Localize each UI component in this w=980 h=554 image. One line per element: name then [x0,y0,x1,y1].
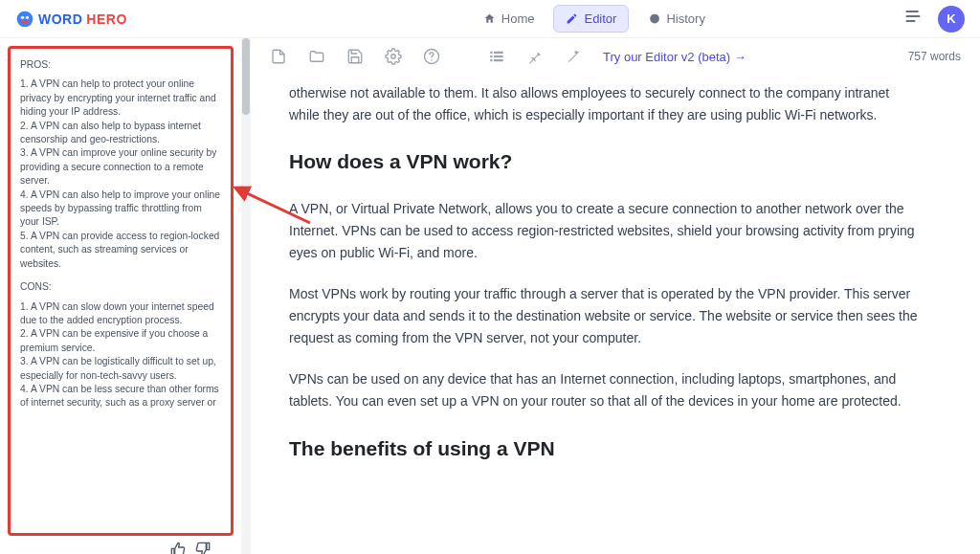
svg-point-7 [391,55,396,59]
svg-point-9 [431,59,433,61]
paragraph: Most VPNs work by routing your traffic t… [289,283,923,349]
cons-item: 1. A VPN can slow down your internet spe… [20,300,221,328]
feedback-row [8,536,234,554]
home-icon [483,12,496,25]
heading: How does a VPN work? [289,145,923,179]
scrollbar-thumb[interactable] [242,38,250,115]
cons-item: 2. A VPN can be expensive if you choose … [20,327,221,355]
svg-rect-11 [490,55,492,57]
svg-point-1 [21,15,24,18]
cons-label: CONS: [20,280,221,294]
try-editor-link[interactable]: Try our Editor v2 (beta) → [603,50,746,64]
save-icon[interactable] [346,48,364,65]
editor-content[interactable]: otherwise not available to them. It also… [251,75,980,554]
pros-item: 2. A VPN can also help to bypass interne… [20,120,221,147]
paragraph: A VPN, or Virtual Private Network, allow… [289,198,923,264]
nav-history-label: History [666,11,704,26]
nav-home[interactable]: Home [472,6,546,32]
nav-home-label: Home [501,11,535,26]
logo[interactable]: WORDHERO [15,10,127,29]
pros-item: 1. A VPN can help to protect your online… [20,78,221,119]
open-folder-icon[interactable] [308,48,325,65]
avatar[interactable]: K [938,6,965,33]
hamburger-icon[interactable] [903,7,923,31]
svg-point-0 [17,11,33,27]
help-icon[interactable] [423,48,440,65]
svg-rect-15 [494,59,503,61]
heading: The benefits of using a VPN [289,432,923,466]
paragraph: otherwise not available to them. It also… [289,82,923,126]
cons-item: 4. A VPN can be less secure than other f… [20,383,221,410]
nav-editor-label: Editor [584,11,616,26]
cons-item: 3. A VPN can be logistically difficult t… [20,355,221,383]
logo-icon [15,10,34,29]
svg-rect-14 [494,55,503,57]
svg-rect-13 [494,52,503,54]
history-icon [648,12,660,25]
svg-rect-3 [21,20,29,23]
nav-history[interactable]: History [636,6,716,32]
thumbs-down-icon[interactable] [195,542,211,554]
logo-hero: HERO [86,11,126,27]
pros-item: 3. A VPN can improve your online securit… [20,146,221,188]
wand-icon[interactable] [565,48,582,65]
generated-output-box: PROS: 1. A VPN can help to protect your … [8,46,234,536]
editor-toolbar: Try our Editor v2 (beta) → 757 words [251,38,980,75]
pros-item: 5. A VPN can provide access to region-lo… [20,230,221,271]
nav-editor[interactable]: Editor [553,5,629,33]
app-header: WORDHERO Home Editor History K [0,0,980,38]
pros-label: PROS: [20,58,221,72]
new-file-icon[interactable] [270,48,287,65]
thumbs-up-icon[interactable] [170,542,186,554]
logo-word: WORD [38,11,82,27]
sidebar: PROS: 1. A VPN can help to protect your … [0,38,241,554]
svg-point-2 [26,15,29,18]
list-icon[interactable] [488,48,505,65]
top-nav: Home Editor History [472,5,717,33]
svg-rect-12 [490,59,492,61]
pros-item: 4. A VPN can also help to improve your o… [20,188,221,230]
pin-icon[interactable] [526,48,544,65]
word-count: 757 words [908,50,961,63]
pencil-icon [566,12,578,25]
gear-icon[interactable] [385,48,402,65]
sidebar-scrollbar[interactable] [241,38,251,554]
main-panel: Try our Editor v2 (beta) → 757 words oth… [251,38,980,554]
paragraph: VPNs can be used on any device that has … [289,368,923,412]
svg-rect-10 [490,52,492,54]
